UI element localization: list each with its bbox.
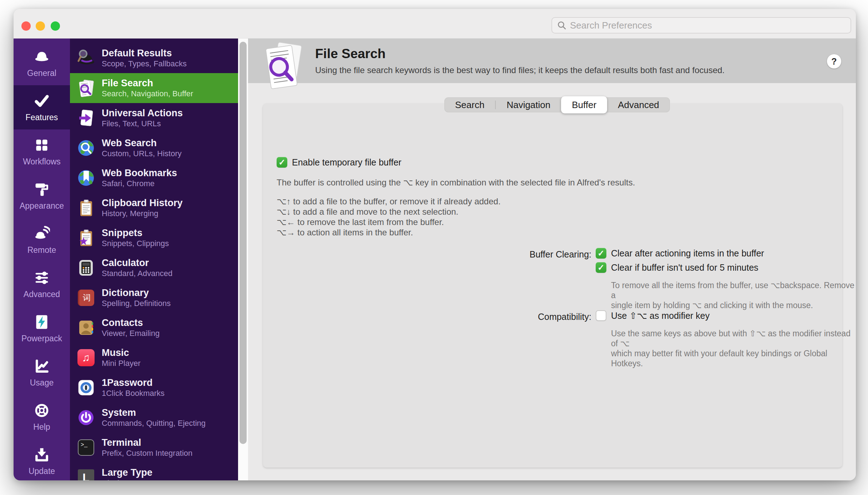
sidebar-nav: General Features Workflows Appearance Re…: [14, 39, 70, 480]
globe-magnifier-icon: [76, 138, 96, 158]
compatibility-note: Use the same keys as above but with ⇧⌥ a…: [611, 328, 856, 368]
sidebar-item-update[interactable]: Update: [14, 439, 70, 480]
list-item-title: Web Search: [102, 137, 182, 149]
help-button[interactable]: ?: [827, 54, 841, 68]
close-button[interactable]: [21, 21, 31, 31]
nav-label: General: [27, 68, 56, 78]
list-scrollbar-track[interactable]: [238, 39, 248, 480]
list-item-title: Calculator: [102, 257, 172, 269]
chart-icon: [33, 358, 50, 375]
sidebar-item-appearance[interactable]: Appearance: [14, 174, 70, 218]
shortcut-line: ⌥↑ to add a file to the buffer, or remov…: [277, 196, 501, 206]
tab-search[interactable]: Search: [444, 97, 495, 112]
document-magnifier-icon: [76, 78, 96, 98]
zoom-button[interactable]: [51, 21, 60, 31]
note-line: single item by holding ⌥ and clicking it…: [611, 300, 856, 310]
list-item-large-type[interactable]: L Large TypeDisplay, Font: [70, 463, 238, 480]
globe-bookmark-icon: [76, 168, 96, 188]
onepassword-icon: [76, 378, 96, 397]
enable-buffer-option[interactable]: Enable temporary file buffer: [277, 157, 402, 168]
search-input[interactable]: [570, 20, 846, 31]
clear-if-unused-checkbox[interactable]: [596, 262, 606, 273]
list-item-music[interactable]: ♫ MusicMini Player: [70, 343, 238, 373]
hat-magnifier-icon: [76, 49, 96, 68]
terminal-icon: >_: [76, 438, 96, 457]
sidebar-item-powerpack[interactable]: Powerpack: [14, 306, 70, 351]
enable-buffer-checkbox[interactable]: [277, 157, 287, 168]
list-item-subtitle: Custom, URLs, History: [102, 149, 182, 159]
nav-label: Update: [29, 466, 55, 476]
sidebar-item-usage[interactable]: Usage: [14, 351, 70, 395]
sidebar-item-remote[interactable]: Remote: [14, 218, 70, 262]
list-item-system[interactable]: SystemCommands, Quitting, Ejecting: [70, 403, 238, 433]
buffer-clearing-label: Buffer Clearing:: [476, 249, 591, 260]
power-icon: [76, 408, 96, 427]
modifier-key-checkbox[interactable]: [596, 310, 606, 321]
buffer-shortcuts: ⌥↑ to add a file to the buffer, or remov…: [277, 196, 501, 238]
list-item-title: Contacts: [102, 317, 160, 328]
tab-label: Navigation: [506, 99, 550, 111]
clear-if-unused-option[interactable]: Clear if buffer isn't used for 5 minutes: [596, 262, 758, 273]
sidebar-item-workflows[interactable]: Workflows: [14, 129, 70, 174]
clear-after-actioning-option[interactable]: Clear after actioning items in the buffe…: [596, 248, 764, 259]
tab-bar: Search Navigation Buffer Advanced: [444, 97, 670, 112]
list-item-calculator[interactable]: CalculatorStandard, Advanced: [70, 253, 238, 283]
hat-wifi-icon: [33, 225, 50, 242]
clear-after-actioning-checkbox[interactable]: [596, 248, 606, 259]
minimize-button[interactable]: [36, 21, 45, 31]
sidebar-item-help[interactable]: Help: [14, 395, 70, 439]
list-item-snippets[interactable]: SnippetsSnippets, Clippings: [70, 223, 238, 253]
content-area: File Search Using the file search keywor…: [248, 39, 856, 480]
dictionary-glyph: 词: [83, 292, 91, 303]
list-item-web-bookmarks[interactable]: Web BookmarksSafari, Chrome: [70, 163, 238, 193]
list-item-title: Clipboard History: [102, 197, 183, 209]
list-item-title: Music: [102, 347, 141, 358]
list-item-title: Default Results: [102, 47, 187, 59]
preferences-search-field[interactable]: [551, 17, 851, 34]
page-arrow-icon: [76, 108, 96, 128]
sidebar-item-general[interactable]: General: [14, 41, 70, 85]
sidebar-item-advanced[interactable]: Advanced: [14, 262, 70, 306]
list-item-subtitle: History, Merging: [102, 209, 183, 219]
clipboard-icon: [76, 198, 96, 218]
list-item-title: Dictionary: [102, 287, 171, 298]
list-item-subtitle: Scope, Types, Fallbacks: [102, 59, 187, 69]
tab-navigation[interactable]: Navigation: [496, 97, 561, 112]
list-item-subtitle: Commands, Quitting, Ejecting: [102, 418, 206, 428]
list-item-title: Universal Actions: [102, 107, 183, 119]
note-line: which may better fit with your default k…: [611, 348, 856, 368]
buffer-clearing-note: To remove all the items from the buffer,…: [611, 280, 856, 310]
compatibility-label: Compatibility:: [476, 312, 591, 322]
tab-advanced[interactable]: Advanced: [607, 97, 670, 112]
list-item-contacts[interactable]: ContactsViewer, Emailing: [70, 313, 238, 343]
tab-label: Buffer: [572, 99, 596, 111]
tab-buffer[interactable]: Buffer: [561, 96, 607, 113]
modifier-key-label: Use ⇧⌥ as modifier key: [611, 311, 710, 321]
list-item-title: Terminal: [102, 437, 192, 448]
modifier-key-option[interactable]: Use ⇧⌥ as modifier key: [596, 310, 710, 321]
list-item-subtitle: Display, Font: [102, 478, 152, 480]
nav-label: Workflows: [23, 157, 61, 167]
large-type-glyph: L: [82, 471, 90, 481]
nav-label: Powerpack: [21, 334, 62, 343]
bowler-hat-icon: [33, 48, 50, 65]
list-item-file-search[interactable]: File SearchSearch, Navigation, Buffer: [70, 73, 238, 103]
tab-label: Advanced: [618, 99, 659, 111]
list-scrollbar-thumb[interactable]: [239, 42, 247, 444]
list-item-default-results[interactable]: Default ResultsScope, Types, Fallbacks: [70, 43, 238, 73]
sidebar-item-features[interactable]: Features: [14, 85, 70, 129]
list-item-1password[interactable]: 1Password1Click Bookmarks: [70, 373, 238, 403]
list-item-clipboard-history[interactable]: Clipboard HistoryHistory, Merging: [70, 193, 238, 223]
grid-icon: [33, 137, 50, 154]
list-item-subtitle: Safari, Chrome: [102, 179, 177, 189]
nav-label: Appearance: [20, 201, 64, 211]
calculator-icon: [76, 258, 96, 277]
list-item-web-search[interactable]: Web SearchCustom, URLs, History: [70, 133, 238, 163]
list-item-subtitle: Mini Player: [102, 358, 141, 368]
list-item-terminal[interactable]: >_ TerminalPrefix, Custom Integration: [70, 433, 238, 463]
search-icon: [557, 21, 566, 30]
list-item-universal-actions[interactable]: Universal ActionsFiles, Text, URLs: [70, 103, 238, 133]
music-note-icon: ♫: [76, 348, 96, 367]
lifering-icon: [33, 402, 50, 419]
list-item-dictionary[interactable]: 词 DictionarySpelling, Definitions: [70, 283, 238, 313]
